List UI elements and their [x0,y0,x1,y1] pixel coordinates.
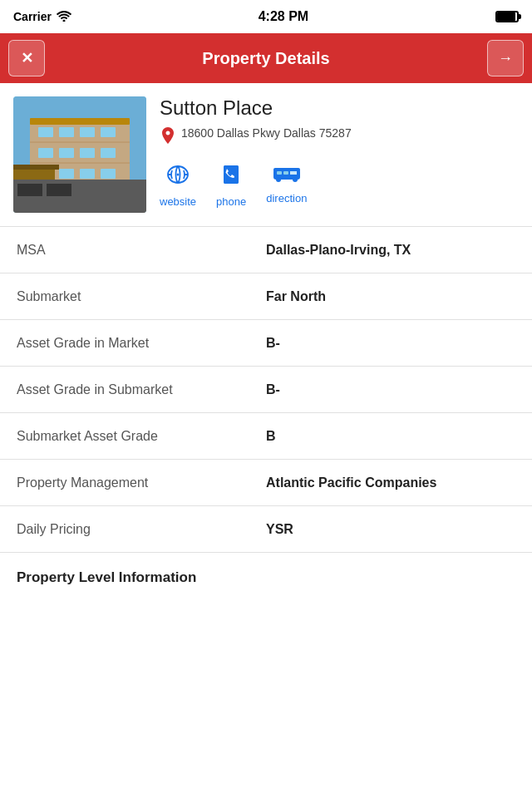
svg-point-26 [293,177,298,182]
value-asset-grade-market: B- [266,336,515,351]
svg-rect-30 [290,171,297,175]
header: ✕ Property Details → [0,33,532,83]
value-property-management: Atlantic Pacific Companies [266,475,515,490]
label-submarket: Submarket [17,289,266,304]
direction-label: direction [266,192,307,204]
phone-label: phone [216,195,246,208]
label-asset-grade-submarket: Asset Grade in Submarket [17,382,266,397]
website-action[interactable]: website [160,163,196,208]
property-image [13,96,146,213]
svg-rect-6 [59,127,74,137]
label-asset-grade-market: Asset Grade in Market [17,336,266,351]
battery-area [495,11,519,22]
label-msa: MSA [17,243,266,258]
property-actions: website phone [160,163,519,208]
map-pin-icon [160,127,176,150]
page-title: Property Details [45,49,487,68]
property-address: 18600 Dallas Pkwy Dallas 75287 [160,126,519,150]
svg-rect-16 [101,169,116,179]
property-info: Sutton Place 18600 Dallas Pkwy Dallas 75… [160,96,519,213]
label-daily-pricing: Daily Pricing [17,522,266,537]
website-icon [165,163,191,192]
close-button[interactable]: ✕ [8,40,45,76]
wifi-icon [57,10,71,24]
status-bar: Carrier 4:28 PM [0,0,532,33]
table-row: Submarket Asset Grade B [0,413,532,460]
label-submarket-asset-grade: Submarket Asset Grade [17,429,266,444]
svg-rect-8 [101,127,116,137]
phone-icon [219,163,243,192]
status-time: 4:28 PM [259,9,308,24]
value-submarket-asset-grade: B [266,429,515,444]
direction-icon [272,163,302,189]
svg-rect-17 [30,118,130,125]
table-row: Daily Pricing YSR [0,506,532,553]
svg-rect-7 [80,127,95,137]
svg-rect-12 [101,148,116,158]
svg-point-25 [276,177,281,182]
table-row: Asset Grade in Market B- [0,320,532,367]
svg-rect-10 [59,148,74,158]
battery-icon [495,11,519,22]
svg-rect-11 [80,148,95,158]
carrier-info: Carrier [13,10,71,24]
address-text: 18600 Dallas Pkwy Dallas 75287 [181,126,352,140]
value-asset-grade-submarket: B- [266,382,515,397]
phone-action[interactable]: phone [216,163,246,208]
svg-rect-28 [277,171,282,175]
website-label: website [160,195,196,208]
property-card: Sutton Place 18600 Dallas Pkwy Dallas 75… [0,83,532,227]
carrier-label: Carrier [13,10,52,23]
label-property-management: Property Management [17,475,266,490]
svg-rect-19 [13,165,59,170]
table-row: Property Management Atlantic Pacific Com… [0,460,532,506]
details-table: MSA Dallas-Plano-Irving, TX Submarket Fa… [0,227,532,553]
property-name: Sutton Place [160,96,519,120]
table-row: Asset Grade in Submarket B- [0,367,532,413]
svg-rect-9 [38,148,53,158]
value-msa: Dallas-Plano-Irving, TX [266,243,515,258]
svg-rect-21 [17,184,42,196]
table-row: MSA Dallas-Plano-Irving, TX [0,227,532,273]
svg-rect-5 [38,127,53,137]
next-button[interactable]: → [487,40,524,76]
svg-rect-14 [59,169,74,179]
svg-rect-22 [47,184,71,196]
svg-rect-29 [283,171,288,175]
svg-rect-15 [80,169,95,179]
section-header: Property Level Information [0,553,532,594]
value-submarket: Far North [266,289,515,304]
table-row: Submarket Far North [0,273,532,320]
value-daily-pricing: YSR [266,522,515,537]
direction-action[interactable]: direction [266,163,307,208]
svg-point-23 [177,174,180,176]
